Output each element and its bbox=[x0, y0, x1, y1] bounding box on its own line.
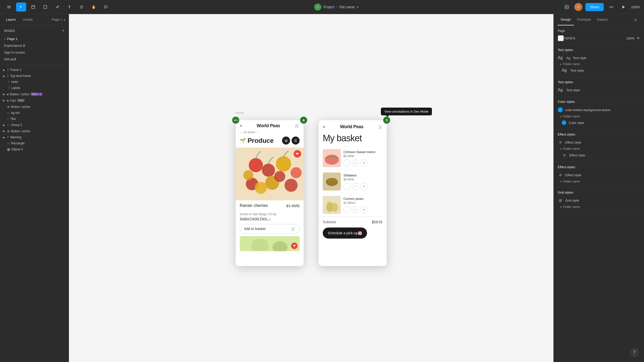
pears-qty-plus[interactable]: + bbox=[360, 206, 368, 213]
layer-badge: Dark + 1 bbox=[30, 93, 43, 96]
text-style-item-2: Ag Text style bbox=[558, 86, 640, 94]
main-menu-button[interactable] bbox=[4, 3, 14, 12]
code-view-button[interactable] bbox=[607, 3, 616, 12]
pears-qty-minus[interactable]: − bbox=[352, 206, 359, 213]
melon-qty-minus[interactable]: − bbox=[352, 159, 359, 166]
design-tab[interactable]: Design bbox=[558, 14, 574, 25]
shiitakes-qty-display: 1 bbox=[343, 183, 350, 190]
layer-title[interactable]: T Title bbox=[1, 116, 68, 122]
heart-button-left[interactable]: ❤ bbox=[294, 150, 301, 158]
layer-button-active-child[interactable]: ◈ Button / active bbox=[1, 104, 68, 110]
page-item-page1[interactable]: ● Page 1 bbox=[2, 35, 67, 42]
layer-group2[interactable]: ▶ ⬡ Group 2 bbox=[1, 122, 68, 128]
select-tool-button[interactable] bbox=[16, 3, 26, 12]
layer-ellipse5[interactable]: ⬤ Ellipse 5 bbox=[1, 146, 68, 152]
page-color-swatch[interactable] bbox=[558, 35, 564, 41]
page-item-explorations[interactable]: Explorations B bbox=[2, 42, 67, 49]
num-badge-right[interactable]: 3 bbox=[383, 117, 390, 124]
visibility-icon[interactable]: 👁 bbox=[636, 36, 640, 40]
svg-rect-4 bbox=[32, 6, 35, 9]
color-style-folder[interactable]: ▾ Folder name bbox=[558, 114, 640, 119]
shiitakes-quantity-control: 1 − + bbox=[343, 183, 383, 190]
svg-point-17 bbox=[285, 179, 298, 192]
schedule-button[interactable]: Schedule a pick-up 📅 bbox=[323, 228, 367, 239]
effect-style-item-2: ✳ Effect style bbox=[558, 171, 640, 179]
share-button[interactable]: Share bbox=[585, 3, 604, 11]
inspect-tab[interactable]: Inspect bbox=[594, 14, 611, 25]
page-indicator[interactable]: Page 1 ▲ bbox=[52, 18, 66, 21]
cart-icon-right[interactable]: 🛒 bbox=[378, 125, 383, 129]
frame-icon: # bbox=[7, 68, 9, 72]
grid-view-btn[interactable]: ⊞ bbox=[282, 137, 290, 145]
effect-folder-name-2: Folder name bbox=[563, 180, 580, 183]
layer-button-active2[interactable]: ▶ ◈ Button / active bbox=[1, 128, 68, 134]
component-tool-button[interactable] bbox=[76, 3, 87, 12]
layer-labels[interactable]: T Labels bbox=[1, 85, 68, 91]
component-icon: ◈ bbox=[7, 99, 9, 102]
effect-style-label-nested-1: Effect style bbox=[569, 153, 585, 157]
hand-tool-button[interactable]: ✋ bbox=[89, 3, 99, 12]
page-item-signin[interactable]: Sign-in screen bbox=[2, 49, 67, 56]
pen-tool-button[interactable] bbox=[52, 3, 62, 12]
frame-badge-left: Home bbox=[236, 111, 244, 115]
calendar-icon: 📅 bbox=[358, 231, 362, 235]
layer-hello[interactable]: T Hello bbox=[1, 79, 68, 85]
add-page-button[interactable]: + bbox=[62, 28, 65, 33]
section-icons: ⊞ ☰ bbox=[282, 137, 300, 145]
shiitakes-qty-minus[interactable]: − bbox=[352, 183, 359, 190]
project-breadcrumb[interactable]: Project / File name ▾ bbox=[314, 4, 358, 11]
layer-bg-red[interactable]: ▭ bg red bbox=[1, 110, 68, 116]
comment-tool-button[interactable] bbox=[101, 3, 111, 12]
nav-breadcrumb: ← All aisles → bbox=[236, 130, 304, 137]
pears-image bbox=[323, 196, 341, 214]
text-style-folder-1[interactable]: ▾ Folder name bbox=[558, 61, 640, 67]
cart-icon-left[interactable]: 🛒 bbox=[295, 123, 300, 128]
phone-title-left: World Peas bbox=[257, 123, 280, 128]
page-item-old[interactable]: Old stuff bbox=[2, 56, 67, 63]
frame-icon: # bbox=[7, 135, 9, 139]
play-button[interactable] bbox=[619, 3, 628, 12]
layer-toplevel[interactable]: ▶ # Top-level frame bbox=[1, 73, 68, 79]
effect-style-folder-2[interactable]: ▾ Folder name bbox=[558, 179, 640, 184]
frame-tool-button[interactable] bbox=[28, 3, 38, 12]
layer-cart[interactable]: ▶ ◈ Cart Dark bbox=[1, 97, 68, 104]
grid-style-item-1: ⊞ Grid style bbox=[558, 197, 640, 204]
grid-style-folder[interactable]: ▾ Folder name bbox=[558, 204, 640, 210]
num-badge-left[interactable]: 6 bbox=[300, 117, 307, 124]
list-view-btn[interactable]: ☰ bbox=[292, 137, 300, 145]
layer-warning[interactable]: ▶ # Warning bbox=[1, 134, 68, 140]
maximize-icon[interactable]: ⊞ bbox=[631, 15, 640, 24]
assets-tab[interactable]: Assets bbox=[20, 16, 36, 23]
text-tool-button[interactable]: T bbox=[64, 3, 74, 12]
layer-button-active[interactable]: ▶ ◈ Button / active Dark + 1 bbox=[1, 91, 68, 97]
shiitakes-qty-plus[interactable]: + bbox=[360, 183, 368, 190]
canvas: Home </> 6 ≡ World Peas 🛒 ← All ais bbox=[69, 14, 553, 362]
folder-chevron-icon: ▾ bbox=[560, 115, 561, 118]
svg-point-7 bbox=[316, 5, 319, 9]
left-sidebar: Layers Assets Page 1 ▲ Pages + ● Page 1 … bbox=[0, 14, 69, 362]
text-style-ag-2: Ag bbox=[558, 88, 564, 92]
melon-qty-plus[interactable]: + bbox=[360, 159, 368, 166]
prototype-tab[interactable]: Prototype bbox=[574, 14, 594, 25]
layers-tab[interactable]: Layers bbox=[3, 16, 19, 23]
heart-button-bottom[interactable]: ❤ bbox=[291, 243, 298, 249]
shiitakes-name: Shiitakes bbox=[343, 173, 383, 177]
dev-mode-button[interactable] bbox=[562, 3, 571, 12]
effect-style-folder-1[interactable]: ▾ Folder name bbox=[558, 146, 640, 152]
dev-mode-badge-left[interactable]: </> bbox=[232, 117, 239, 124]
effect-star-icon-nested: ✳ bbox=[562, 153, 567, 158]
layer-frame1[interactable]: ▶ # Frame 1 bbox=[1, 67, 68, 73]
pears-name: Comice pears bbox=[343, 197, 383, 201]
sidebar-tab-bar: Layers Assets Page 1 ▲ bbox=[0, 14, 69, 25]
menu-icon-right[interactable]: ≡ bbox=[323, 125, 325, 129]
pages-section-header: Pages + bbox=[0, 25, 69, 34]
page-opacity-value: 100% bbox=[626, 36, 634, 40]
add-basket-button[interactable]: Add to basket 🛒 bbox=[240, 224, 300, 234]
layer-rectangle[interactable]: ▭ Rectangle bbox=[1, 140, 68, 146]
product-link[interactable]: Seabre Family Farm → bbox=[240, 217, 271, 220]
grid-styles-header: Grid styles bbox=[558, 191, 640, 194]
section-title-row: 🌱 Produce ⊞ ☰ bbox=[240, 137, 300, 145]
help-button[interactable]: ? bbox=[630, 348, 639, 357]
shape-tool-button[interactable] bbox=[40, 3, 50, 12]
menu-icon-left[interactable]: ≡ bbox=[240, 124, 242, 128]
